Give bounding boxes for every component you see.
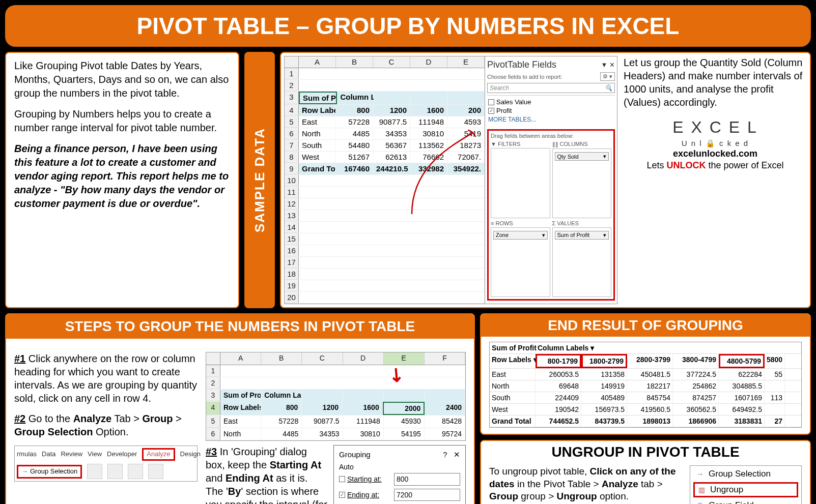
tab-analyze[interactable]: Analyze (142, 448, 175, 461)
col-b: B (336, 56, 373, 68)
menu-group-selection[interactable]: → Group Selection (693, 468, 798, 480)
sheet-area: A B C D E 1 2 3 Sum of Profit Column Lab… (285, 56, 485, 304)
brand-block: E X C E L U n l 🔒 c k e d excelunlocked.… (624, 117, 807, 172)
table-row: South 224409 405489 845754 874257 160716… (490, 392, 801, 404)
ribbon-tool-icon[interactable] (128, 464, 143, 479)
sheet-row-1: 1 (285, 68, 485, 80)
checkbox-checked-icon[interactable]: ✓ (339, 492, 345, 498)
top-row: Like Grouping Pivot table Dates by Years… (5, 52, 811, 308)
values-zone[interactable]: Σ VALUES Sum of Profit▾ (552, 220, 612, 298)
sheet-row-3: 3 Sum of Profit Column Labels (285, 92, 485, 105)
selected-cell-2000[interactable]: 2000 (383, 402, 425, 415)
brand-logo: E X C E L U n l 🔒 c k e d (624, 117, 807, 148)
bottom-row: STEPS TO GROUP THE NUMBERS IN PIVOT TABL… (5, 313, 811, 504)
starting-at-row: Starting at: 800 (339, 471, 460, 487)
ending-at-input[interactable]: 7200 (394, 489, 460, 501)
sheet-row-9: 9 Grand Total 167460 244210.5 332982 354… (285, 163, 485, 175)
checkbox-icon[interactable] (488, 99, 494, 105)
tab-formulas[interactable]: rmulas (17, 450, 37, 459)
menu-ungroup[interactable]: ▥ Ungroup (693, 482, 798, 497)
sample-panel: A B C D E 1 2 3 Sum of Profit Column Lab… (280, 52, 811, 308)
grouping-dialog: Grouping ? ✕ Auto Starting at: 800 ✓Endi… (333, 445, 466, 504)
ribbon-items: → Group Selection (17, 464, 195, 479)
group-selection-button[interactable]: → Group Selection (17, 465, 82, 479)
ribbon-tool-icon[interactable] (87, 464, 102, 479)
menu-group-field[interactable]: ⑦ Group Field (693, 499, 798, 504)
rows-zone[interactable]: ≡ ROWS Zone▾ (491, 220, 550, 298)
row-field-zone[interactable]: Zone▾ (493, 231, 548, 240)
fields-search[interactable]: Search 🔍 (487, 83, 615, 93)
brand-site: excelunlocked.com (624, 148, 807, 160)
search-icon: 🔍 (605, 84, 612, 92)
table-row-total: Grand Total 744652.5 843739.5 1898013 18… (490, 416, 801, 427)
close-icon[interactable]: ✕ (454, 450, 460, 459)
more-tables-link[interactable]: MORE TABLES... (488, 115, 614, 124)
tab-design[interactable]: Design (180, 450, 201, 459)
sheet-row-6: 6 North 4485 34353 30810 5419 (285, 128, 485, 140)
intro-panel: Like Grouping Pivot table Dates by Years… (5, 52, 239, 308)
sheet-row-4: 4 Row Labels 800 1200 1600 200 (285, 105, 485, 116)
auto-label: Auto (339, 462, 460, 471)
ribbon-tool-icon[interactable] (107, 464, 123, 479)
group-field-icon: ⑦ (695, 501, 705, 504)
right-column: END RESULT OF GROUPING Sum of Profit Col… (480, 313, 811, 504)
dialog-title: Grouping ? ✕ (339, 450, 460, 463)
tab-data[interactable]: Data (42, 450, 55, 459)
starting-at-input[interactable]: 800 (394, 473, 460, 485)
analyze-ribbon: rmulas Data Review View Developer Analyz… (14, 446, 198, 482)
step-1: #1 Click anywhere on the row or column h… (14, 352, 198, 405)
steps-title: STEPS TO GROUP THE NUMBERS IN PIVOT TABL… (6, 314, 474, 339)
col-c: C (373, 56, 410, 68)
result-title: END RESULT OF GROUPING (481, 314, 810, 337)
result-table: Sum of Profit Column Labels ▾ Row Labels… (489, 342, 802, 428)
field-profit[interactable]: ✓ Profit (488, 106, 614, 115)
col-a: A (299, 56, 336, 68)
ungroup-menu: → Group Selection ▥ Ungroup ⑦ Group Fiel… (690, 465, 802, 504)
ribbon-tool-icon[interactable] (148, 464, 163, 479)
fields-areas: Drag fields between areas below: ▼ FILTE… (487, 129, 615, 301)
sheet-row-7: 7 South 54480 56367 113562 18273 (285, 140, 485, 152)
intro-p2: Grouping by Numbers helps you to create … (14, 107, 230, 135)
sheet-row-5: 5 East 57228 90877.5 111948 4593 (285, 116, 485, 128)
sheet-row-2: 2 (285, 80, 485, 92)
checkbox-checked-icon[interactable]: ✓ (488, 108, 494, 114)
ungroup-title: UNGROUP IN PIVOT TABLE (481, 441, 810, 463)
fields-list: Sales Value ✓ Profit MORE TABLES... (487, 95, 615, 126)
sample-description: Let us group the Quantity Sold (Column H… (624, 56, 807, 109)
arrow-right-icon: → (21, 467, 28, 476)
sample-right-text: Let us group the Quantity Sold (Column H… (624, 56, 807, 304)
tab-developer[interactable]: Developer (107, 450, 137, 459)
close-icon[interactable]: ▼ ✕ (601, 61, 615, 69)
filters-zone[interactable]: ▼ FILTERS (491, 141, 550, 218)
ungroup-icon: ▥ (697, 485, 706, 494)
ribbon-tabs: rmulas Data Review View Developer Analyz… (17, 448, 195, 461)
ungroup-text: To ungroup pivot table, Click on any of … (489, 465, 685, 503)
arrow-right-icon: → (695, 469, 705, 479)
table-row: West 190542 156973.5 419560.5 360562.5 6… (490, 404, 801, 416)
gear-icon[interactable]: ⚙ ▾ (600, 72, 615, 81)
tab-view[interactable]: View (88, 450, 102, 459)
help-icon[interactable]: ? (443, 450, 447, 459)
field-sales-value[interactable]: Sales Value (488, 98, 614, 106)
step-2: #2 Go to the Analyze Tab > Group > Group… (14, 412, 198, 438)
tab-review[interactable]: Review (61, 450, 82, 459)
page-title: PIVOT TABLE – GROUP BY NUMBERS IN EXCEL (5, 5, 811, 47)
table-row: North 69648 149919 182217 254862 304885.… (490, 380, 801, 392)
steps-left-col: #1 Click anywhere on the row or column h… (14, 352, 198, 504)
col-headers: A B C D E (285, 56, 485, 68)
table-row: East 260053.5 131358 450481.5 377224.5 6… (490, 369, 801, 380)
lock-icon: 🔒 (706, 139, 716, 147)
intro-p1: Like Grouping Pivot table Dates by Years… (14, 59, 230, 100)
col-d: D (410, 56, 447, 68)
step-3: #3 In 'Grouping' dialog box, keep the St… (206, 445, 327, 504)
sample-data-tab: SAMPLE DATA (244, 52, 275, 308)
column-field-qty[interactable]: Qty Sold▾ (555, 152, 609, 161)
checkbox-icon[interactable] (339, 476, 345, 482)
areas-title: Drag fields between areas below: (491, 133, 611, 139)
ending-at-row: ✓Ending at: 7200 (339, 487, 460, 502)
value-field-profit[interactable]: Sum of Profit▾ (555, 231, 609, 240)
steps-mid-col: A B C D E F 1 2 3 Sum of Profit Column L… (206, 352, 466, 504)
fields-pane-title: PivotTable Fields ▼ ✕ (487, 60, 615, 70)
columns-zone[interactable]: ‖‖ COLUMNS Qty Sold▾ (552, 141, 612, 218)
mini-sheet: A B C D E F 1 2 3 Sum of Profit Column L… (206, 352, 466, 440)
